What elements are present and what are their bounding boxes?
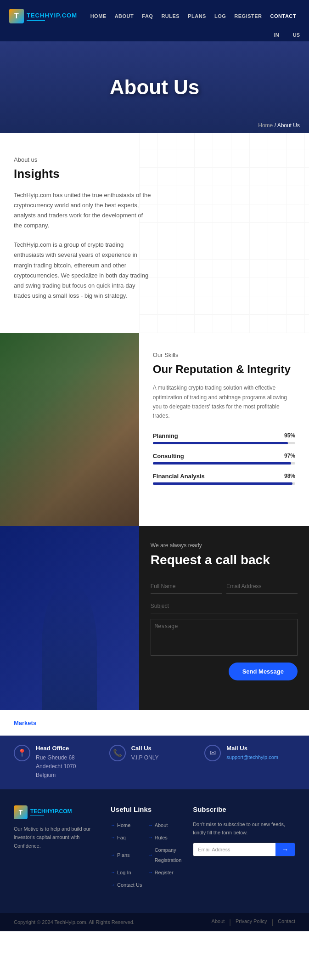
subscribe-desc: Don't miss to subscribe to our new feeds…: [193, 820, 295, 837]
divider-2: |: [271, 918, 273, 926]
footer-links-grid: → Home → About → Faq → Rules → Plans: [111, 820, 184, 890]
footer-link-login: → Log In: [111, 867, 144, 878]
contact-bar: 📍 Head Office Rue Gheude 68 Anderlecht 1…: [0, 736, 309, 789]
skills-section: Our Skills Our Reputation & Integrity A …: [0, 333, 309, 526]
arrow-icon-about: →: [148, 821, 153, 830]
callback-section: We are always ready Request a call back …: [0, 526, 309, 710]
footer-logo-underline: [30, 816, 44, 816]
arrow-icon-faq: →: [111, 833, 115, 842]
nav-rules[interactable]: RULES: [157, 11, 183, 22]
footer-link-plans: → Plans: [111, 845, 144, 865]
footer-link-register-anchor[interactable]: Register: [155, 867, 174, 878]
footer-bottom-privacy[interactable]: Privacy Policy: [236, 918, 267, 926]
footer-link-home: → Home: [111, 820, 144, 830]
arrow-icon-register: →: [148, 868, 153, 877]
skill-planning-pct: 95%: [284, 432, 295, 439]
nav-home[interactable]: HOME: [87, 11, 110, 22]
footer-link-contact: → Contact Us: [111, 880, 144, 890]
breadcrumb-home[interactable]: Home: [258, 122, 273, 129]
full-name-input[interactable]: [151, 579, 222, 594]
skill-financial-bar-bg: [153, 482, 295, 485]
callback-title: Request a call back: [151, 552, 298, 568]
skill-planning-bar-bg: [153, 442, 295, 444]
footer: T TECHHYIP.COM Our Motive is to help and…: [0, 789, 309, 913]
nav-about[interactable]: ABOUT: [111, 11, 138, 22]
footer-link-rules-anchor[interactable]: Rules: [155, 833, 168, 843]
footer-link-company-anchor[interactable]: Company Registration: [155, 845, 182, 865]
callback-form-wrap: We are always ready Request a call back …: [139, 526, 309, 710]
skills-desc: A multitasking crypto trading solution w…: [153, 383, 295, 421]
markets-section: Markets: [0, 710, 309, 736]
about-section: About us Insights TechHyip.com has unite…: [0, 133, 309, 333]
email-input[interactable]: [226, 579, 298, 594]
subscribe-email-input[interactable]: [193, 843, 275, 856]
contact-mail-us: ✉ Mail Us support@techhyip.com: [204, 745, 295, 762]
skills-image: [0, 333, 139, 526]
subscribe-form: →: [193, 843, 295, 856]
nav-us[interactable]: US: [293, 32, 300, 38]
copyright-text: Copyright © 2024 TechHyip.com. All Right…: [14, 919, 135, 925]
nav-plans[interactable]: PLANS: [184, 11, 210, 22]
skills-label: Our Skills: [153, 351, 295, 358]
footer-bottom: Copyright © 2024 TechHyip.com. All Right…: [0, 913, 309, 931]
message-textarea[interactable]: [151, 619, 298, 656]
contact-mail-text: support@techhyip.com: [226, 753, 278, 762]
footer-link-login-anchor[interactable]: Log In: [117, 867, 131, 878]
skills-content: Our Skills Our Reputation & Integrity A …: [139, 333, 309, 526]
footer-link-plans-anchor[interactable]: Plans: [117, 850, 130, 860]
about-label: About us: [14, 156, 295, 163]
location-icon: 📍: [14, 745, 30, 761]
navbar: T TECHHYIP.COM HOME ABOUT FAQ RULES PLAN…: [0, 0, 309, 32]
hero-title: About Us: [110, 76, 200, 99]
footer-logo-wrap: T TECHHYIP.COM: [14, 805, 101, 819]
callback-bg-figure: [42, 581, 97, 710]
nav-contact[interactable]: CONTACT: [267, 11, 300, 22]
footer-col-3: Subscribe Don't miss to subscribe to our…: [193, 805, 295, 890]
callback-sub-label: We are always ready: [151, 542, 298, 549]
footer-logo-icon: T: [14, 805, 28, 819]
form-row-1: [151, 579, 298, 594]
footer-link-company: → Company Registration: [148, 845, 181, 865]
skill-consulting-bar: [153, 462, 291, 465]
divider-1: |: [229, 918, 231, 926]
logo[interactable]: T TECHHYIP.COM: [9, 9, 77, 23]
footer-link-faq-anchor[interactable]: Faq: [117, 833, 126, 843]
markets-link[interactable]: Markets: [14, 719, 36, 726]
contact-mail-title: Mail Us: [226, 745, 278, 752]
footer-link-register: → Register: [148, 867, 181, 878]
skill-financial-name: Financial Analysis: [153, 473, 205, 480]
subject-input[interactable]: [151, 599, 298, 613]
skill-planning-bar: [153, 442, 288, 444]
contact-head-office-title: Head Office: [36, 745, 76, 752]
subscribe-title: Subscribe: [193, 805, 295, 813]
footer-link-about-anchor[interactable]: About: [155, 820, 168, 830]
footer-link-home-anchor[interactable]: Home: [117, 820, 130, 830]
about-title: Insights: [14, 167, 295, 181]
footer-bottom-contact[interactable]: Contact: [278, 918, 295, 926]
nav-register[interactable]: REGISTER: [230, 11, 265, 22]
nav-second-row: IN US: [0, 32, 309, 41]
skill-consulting-name: Consulting: [153, 453, 184, 459]
phone-icon: 📞: [109, 745, 126, 761]
skill-planning: Planning 95%: [153, 432, 295, 444]
footer-logo-text: TECHHYIP.COM: [30, 808, 72, 815]
contact-call-title: Call Us: [131, 745, 159, 752]
footer-bottom-about[interactable]: About: [212, 918, 225, 926]
nav-log[interactable]: LOG: [211, 11, 230, 22]
arrow-icon-rules: →: [148, 833, 153, 842]
skill-financial: Financial Analysis 98%: [153, 473, 295, 485]
contact-call-us: 📞 Call Us V.I.P ONLY: [109, 745, 200, 762]
footer-top: T TECHHYIP.COM Our Motive is to help and…: [14, 805, 295, 890]
footer-link-contact-anchor[interactable]: Contact Us: [117, 880, 142, 890]
send-message-button[interactable]: Send Message: [229, 663, 298, 680]
skill-planning-name: Planning: [153, 432, 178, 439]
about-text-1: TechHyip.com has united the true enthusi…: [14, 190, 152, 231]
footer-col-1: T TECHHYIP.COM Our Motive is to help and…: [14, 805, 101, 890]
arrow-icon-company: →: [148, 850, 153, 860]
subscribe-button[interactable]: →: [275, 843, 295, 856]
footer-link-rules: → Rules: [148, 833, 181, 843]
nav-log-in[interactable]: IN: [274, 32, 279, 38]
logo-text: TECHHYIP.COM: [27, 12, 77, 19]
breadcrumb-current: About Us: [277, 122, 300, 129]
nav-faq[interactable]: FAQ: [138, 11, 157, 22]
